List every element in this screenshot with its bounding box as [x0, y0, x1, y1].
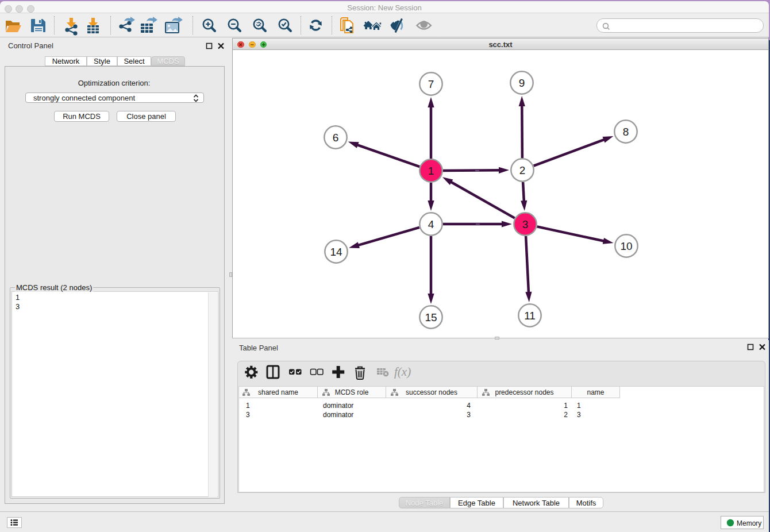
svg-text:1: 1 [428, 165, 434, 177]
svg-text:7: 7 [428, 78, 434, 90]
svg-text:9: 9 [519, 77, 525, 89]
svg-text:2: 2 [519, 164, 526, 176]
svg-text:8: 8 [623, 126, 629, 138]
svg-text:11: 11 [524, 310, 536, 322]
svg-text:10: 10 [620, 240, 632, 252]
svg-text:15: 15 [425, 311, 437, 323]
svg-text:f(x): f(x) [394, 365, 411, 379]
svg-text:6: 6 [333, 132, 339, 144]
svg-text:3: 3 [522, 218, 529, 230]
svg-text:4: 4 [428, 218, 434, 230]
svg-text:14: 14 [330, 246, 342, 258]
